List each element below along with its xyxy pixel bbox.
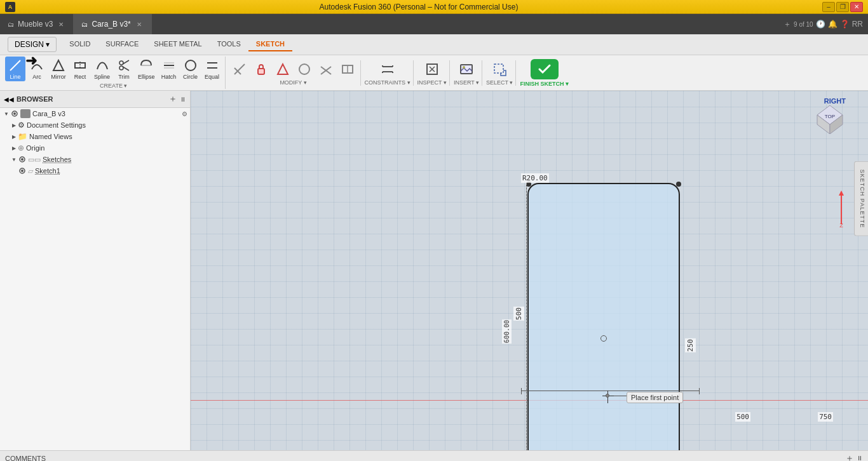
insert-label[interactable]: INSERT ▾ — [454, 79, 479, 86]
tab-mueble[interactable]: 🗂 Mueble v3 ✕ — [0, 14, 74, 34]
finish-sketch-label[interactable]: FINISH SKETCH ▾ — [520, 81, 569, 87]
circle-tool-label: Circle — [183, 74, 198, 80]
split-button[interactable] — [337, 60, 358, 78]
restore-button[interactable]: ❐ — [836, 2, 849, 12]
insert-buttons — [456, 60, 477, 78]
tab-solid[interactable]: SOLID — [62, 37, 98, 51]
expand-sketches[interactable]: ▼ — [10, 156, 18, 163]
tab-surface[interactable]: SURFACE — [98, 37, 146, 51]
origin-icon: ⊕ — [18, 144, 24, 152]
svg-marker-1 — [53, 60, 64, 70]
minimize-button[interactable]: – — [822, 2, 835, 12]
svg-line-0 — [10, 60, 20, 70]
tree-item-doc-settings[interactable]: ▶ ⚙ Document Settings — [0, 119, 190, 131]
circle-tool-icon — [183, 58, 198, 73]
mirror-tool-button[interactable]: Mirror — [48, 57, 69, 81]
tab-cara-label: Cara_B v3* — [92, 20, 130, 29]
cara-settings-icon[interactable]: ⚙ — [182, 110, 187, 117]
diagonal-tool-button[interactable] — [229, 60, 250, 78]
select-label[interactable]: SELECT ▾ — [486, 79, 513, 86]
inspect-icon — [424, 62, 440, 77]
create-section: Line ➜ Arc — [3, 57, 226, 89]
lock-tool-button[interactable] — [251, 60, 271, 78]
tab-sketch[interactable]: SKETCH — [248, 37, 292, 51]
visibility-cara[interactable] — [10, 109, 19, 118]
tree-item-cara[interactable]: ▼ Cara_B v3 ⚙ — [0, 108, 190, 119]
arc-tool-button[interactable]: Arc — [27, 57, 47, 81]
tree-item-sketches[interactable]: ▼ ▭▭ Sketches — [0, 154, 190, 165]
ellipse-tool-button[interactable]: Ellipse — [135, 57, 158, 81]
svg-point-12 — [186, 60, 196, 70]
constraints-section: CONSTRAINTS ▾ — [362, 60, 414, 86]
history-icon[interactable]: 🕐 — [816, 20, 825, 29]
expand-doc-settings[interactable]: ▶ — [10, 121, 18, 129]
lock-tool-icon — [254, 62, 269, 77]
comments-pin[interactable]: ⏸ — [857, 455, 863, 461]
sketches-label: Sketches — [43, 156, 187, 163]
tab-cara-close[interactable]: ✕ — [135, 20, 144, 29]
tab-tools[interactable]: TOOLS — [210, 37, 248, 51]
sketch-palette-tab[interactable]: SKETCH PALETTE — [854, 161, 868, 236]
expand-origin[interactable]: ▶ — [10, 144, 18, 152]
curve-tool-button[interactable]: Spline — [92, 57, 112, 81]
expand-named-views[interactable]: ▶ — [10, 133, 18, 140]
measure-button[interactable] — [377, 60, 398, 78]
tree-item-origin[interactable]: ▶ ⊕ Origin — [0, 142, 190, 154]
circle-tool-button[interactable]: Circle — [180, 57, 201, 81]
finish-sketch-btn[interactable] — [531, 59, 559, 79]
tree-item-named-views[interactable]: ▶ 📁 Named Views — [0, 131, 190, 142]
tree-item-sketch1[interactable]: ▱ Sketch1 — [0, 165, 190, 177]
arc-tool-label: Arc — [32, 74, 41, 80]
svg-point-37 — [13, 112, 16, 115]
browser-add-icon[interactable]: ＋ — [168, 93, 177, 105]
create-label[interactable]: CREATE ▾ — [100, 83, 127, 89]
browser-collapse-icon[interactable]: ◀◀ — [4, 96, 14, 103]
tab-cara[interactable]: 🗂 Cara_B v3* ✕ — [74, 14, 151, 34]
new-tab-btn[interactable]: ＋ — [783, 19, 791, 30]
inspect-label[interactable]: INSPECT ▾ — [417, 79, 447, 86]
hatch-tool-icon — [161, 58, 177, 73]
insert-image-btn[interactable] — [456, 60, 477, 78]
parallel-tool-button[interactable]: Equal — [202, 57, 222, 81]
user-icon[interactable]: RR — [852, 20, 863, 29]
canvas-area[interactable]: R20.00 500 600.00 250 500 750 + — [191, 91, 868, 450]
constraints-label[interactable]: CONSTRAINTS ▾ — [365, 79, 410, 86]
hatch-tool-button[interactable]: Hatch — [159, 57, 179, 81]
toolbar-container: DESIGN ▾ SOLID SURFACE SHEET METAL TOOLS… — [0, 34, 868, 91]
doc-icon-cara — [20, 109, 31, 118]
triangle-constraint-button[interactable] — [273, 60, 293, 78]
cursor-dot — [606, 394, 609, 398]
nav-cube-right-label: RIGHT — [824, 97, 846, 105]
comments-add[interactable]: ＋ — [845, 453, 854, 462]
tab-sheet-metal[interactable]: SHEET METAL — [146, 37, 209, 51]
rect-tool-button[interactable]: Rect — [70, 57, 90, 81]
notification-icon[interactable]: 🔔 — [828, 20, 837, 29]
dim-250: 250 — [685, 338, 696, 352]
line-tool-button[interactable]: Line ➜ — [5, 57, 25, 81]
close-button[interactable]: ✕ — [850, 2, 863, 12]
intersect-button[interactable] — [316, 60, 336, 78]
sketch-palette-label: SKETCH PALETTE — [859, 170, 865, 228]
trim-tool-button[interactable]: Trim — [114, 57, 134, 81]
inspect-btn[interactable] — [422, 60, 442, 78]
svg-point-39 — [21, 158, 24, 161]
tab-mueble-close[interactable]: ✕ — [57, 20, 65, 29]
help-icon[interactable]: ❓ — [840, 20, 850, 29]
design-button[interactable]: DESIGN ▾ — [8, 37, 57, 52]
window-controls: – ❐ ✕ — [822, 2, 863, 12]
svg-point-41 — [21, 170, 24, 172]
insert-section: INSERT ▾ — [451, 60, 482, 86]
arc-constraint-button[interactable] — [294, 60, 315, 78]
tab-actions: ＋ 9 of 10 🕐 🔔 ❓ RR — [778, 14, 868, 34]
rect-tool-label: Rect — [74, 74, 86, 80]
modify-label[interactable]: MODIFY ▾ — [280, 79, 306, 86]
visibility-sketches[interactable] — [18, 155, 27, 164]
browser-pin-icon[interactable]: ⏸ — [180, 96, 186, 103]
visibility-sketch1[interactable] — [18, 166, 27, 175]
constraints-buttons — [377, 60, 398, 78]
select-btn[interactable] — [489, 60, 510, 78]
hatch-tool-label: Hatch — [161, 74, 177, 80]
dim-line-v-left — [526, 183, 527, 450]
sidebar: ◀◀ BROWSER ＋ ⏸ ▼ Cara_B v3 ⚙ ▶ ⚙ Documen… — [0, 91, 191, 450]
expand-cara[interactable]: ▼ — [3, 110, 10, 117]
